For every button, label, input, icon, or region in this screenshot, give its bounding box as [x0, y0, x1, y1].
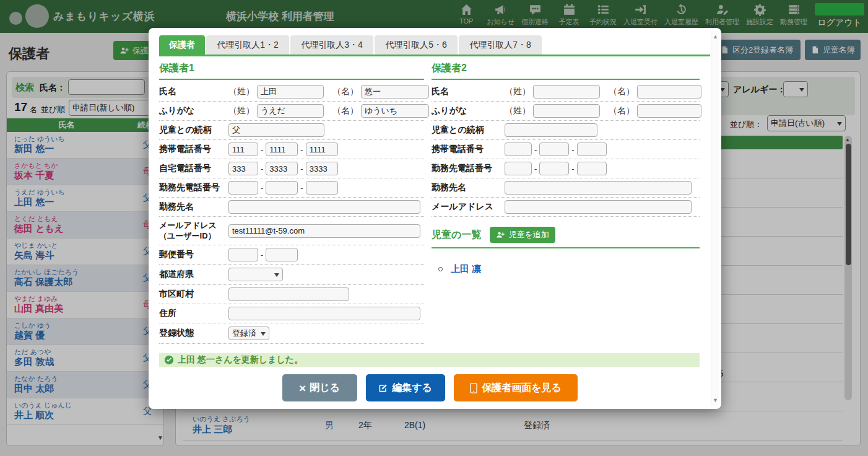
field-label: メールアドレス: [432, 201, 505, 213]
field-label: ふりがな: [159, 105, 228, 116]
add-child-button[interactable]: 児童を追加: [490, 227, 555, 243]
field-label: ふりがな: [432, 105, 505, 116]
add-child-label: 児童を追加: [508, 229, 549, 240]
g1-home-phone-1-input[interactable]: [228, 162, 258, 175]
g2-relation-row: 児童との続柄: [432, 121, 700, 140]
g2-work-name-input[interactable]: [505, 181, 692, 195]
field-label: 児童との続柄: [159, 125, 228, 136]
tab-guardian[interactable]: 保護者: [159, 35, 205, 55]
g2-mobile-3-input[interactable]: [577, 142, 607, 156]
g1-last-name-input[interactable]: [257, 85, 324, 99]
field-label: 勤務先電話番号: [432, 163, 505, 174]
g1-work-phone-3-input[interactable]: [306, 181, 338, 195]
scroll-up-arrow-icon[interactable]: ▲: [713, 33, 718, 40]
g1-mobile-3-input[interactable]: [306, 142, 338, 156]
g2-work-phone-2-input[interactable]: [539, 162, 569, 175]
g2-email-input[interactable]: [505, 200, 692, 214]
mobile-phone-icon: [469, 383, 478, 393]
g1-prefecture-select[interactable]: [228, 268, 283, 281]
g2-kana-last-input[interactable]: [533, 104, 600, 118]
g2-first-name-input[interactable]: [637, 85, 701, 99]
g1-kana-last-input[interactable]: [257, 104, 324, 118]
g1-status-select[interactable]: 登録済: [228, 327, 269, 340]
g2-work-phone-1-input[interactable]: [505, 162, 532, 175]
close-label: 閉じる: [310, 382, 340, 395]
view-guardian-screen-button[interactable]: 保護者画面を見る: [454, 374, 578, 401]
guardian1-section: 保護者1 氏名 （姓） （名） ふりがな （姓） （名） 児童との続柄 携帯: [159, 62, 424, 344]
g1-kana-first-input[interactable]: [361, 104, 429, 118]
g1-kana-row: ふりがな （姓） （名）: [159, 102, 424, 121]
modal-scrollbar[interactable]: ▲ ▼: [711, 31, 719, 406]
g1-mobile-1-input[interactable]: [228, 142, 258, 156]
field-label: 勤務先電話番号: [159, 182, 228, 193]
g1-mobile-2-input[interactable]: [266, 142, 298, 156]
g1-relation-row: 児童との続柄: [159, 121, 424, 140]
field-label: 勤務先名: [159, 201, 228, 213]
guardian1-heading: 保護者1: [159, 62, 424, 80]
screen: みまもりキッズ横浜 横浜小学校 利用者管理 TOPお知らせ個別連絡予定表予約状況…: [0, 0, 868, 456]
tab-proxy-7-8[interactable]: 代理引取人7・8: [459, 35, 542, 55]
g2-work-phone-row: 勤務先電話番号 - -: [432, 159, 700, 178]
g1-city-row: 市区町村: [159, 285, 424, 304]
g1-address-row: 住所: [159, 304, 424, 323]
g2-kana-first-input[interactable]: [637, 104, 701, 118]
g1-address-input[interactable]: [228, 307, 420, 320]
g1-city-input[interactable]: [228, 287, 349, 301]
g1-work-phone-1-input[interactable]: [228, 181, 258, 195]
g1-home-phone-2-input[interactable]: [266, 162, 298, 175]
tab-proxy-1-2[interactable]: 代理引取人1・2: [206, 35, 289, 55]
close-button[interactable]: × 閉じる: [282, 374, 357, 401]
field-label: 携帯電話番号: [159, 144, 228, 155]
mei-label: （名）: [332, 86, 358, 97]
field-label: 自宅電話番号: [159, 163, 228, 174]
edit-button[interactable]: 編集する: [366, 374, 445, 401]
g2-work-name-row: 勤務先名: [432, 178, 700, 198]
g1-zip-2-input[interactable]: [266, 248, 298, 261]
field-label: 児童との続柄: [432, 125, 505, 136]
g1-work-name-input[interactable]: [228, 200, 420, 214]
g1-zip-row: 郵便番号 -: [159, 245, 424, 265]
g1-prefecture-row: 都道府県: [159, 265, 424, 285]
modal-tabs: 保護者 代理引取人1・2 代理引取人3・4 代理引取人5・6 代理引取人7・8: [159, 35, 542, 55]
g2-mobile-2-input[interactable]: [539, 142, 569, 156]
view-label: 保護者画面を見る: [482, 382, 562, 395]
tab-underline: [159, 55, 710, 56]
g2-mobile-1-input[interactable]: [505, 142, 532, 156]
g1-home-phone-3-input[interactable]: [306, 162, 338, 175]
child-list-item: 上田 凛: [432, 263, 700, 275]
bullet-icon: [438, 267, 443, 271]
field-label: メールアドレス（ユーザーID）: [159, 221, 228, 241]
sei-label: （姓）: [228, 105, 254, 116]
mei-label: （名）: [609, 86, 635, 97]
field-label: 登録状態: [159, 328, 228, 339]
g1-status-row: 登録状態 登録済: [159, 323, 424, 344]
field-label: 郵便番号: [159, 249, 228, 260]
child-link[interactable]: 上田 凛: [451, 263, 481, 275]
mei-label: （名）: [609, 105, 635, 116]
success-message-text: 上田 悠一さんを更新しました。: [178, 354, 303, 366]
sei-label: （姓）: [505, 105, 531, 116]
g2-relation-input[interactable]: [505, 123, 597, 137]
g1-mobile-row: 携帯電話番号 - -: [159, 140, 424, 159]
scroll-down-arrow-icon[interactable]: ▼: [713, 397, 718, 403]
mei-label: （名）: [332, 105, 358, 116]
modal-footer: × 閉じる 編集する 保護者画面を見る: [149, 374, 711, 401]
children-heading: 児童の一覧: [432, 229, 481, 242]
g1-name-row: 氏名 （姓） （名）: [159, 82, 424, 102]
g2-kana-row: ふりがな （姓） （名）: [432, 102, 700, 121]
g1-relation-input[interactable]: [228, 123, 324, 137]
g1-first-name-input[interactable]: [361, 85, 429, 99]
g1-work-phone-2-input[interactable]: [266, 181, 298, 195]
check-circle-icon: [164, 355, 174, 365]
g2-work-phone-3-input[interactable]: [577, 162, 607, 175]
g1-email-input[interactable]: [228, 224, 420, 238]
g2-name-row: 氏名 （姓） （名）: [432, 82, 700, 102]
field-label: 氏名: [432, 86, 505, 97]
g2-last-name-input[interactable]: [533, 85, 600, 99]
g1-zip-1-input[interactable]: [228, 248, 258, 261]
tab-proxy-5-6[interactable]: 代理引取人5・6: [375, 35, 458, 55]
field-label: 市区町村: [159, 289, 228, 300]
field-label: 勤務先名: [432, 182, 505, 193]
edit-icon: [378, 383, 388, 393]
tab-proxy-3-4[interactable]: 代理引取人3・4: [290, 35, 373, 55]
